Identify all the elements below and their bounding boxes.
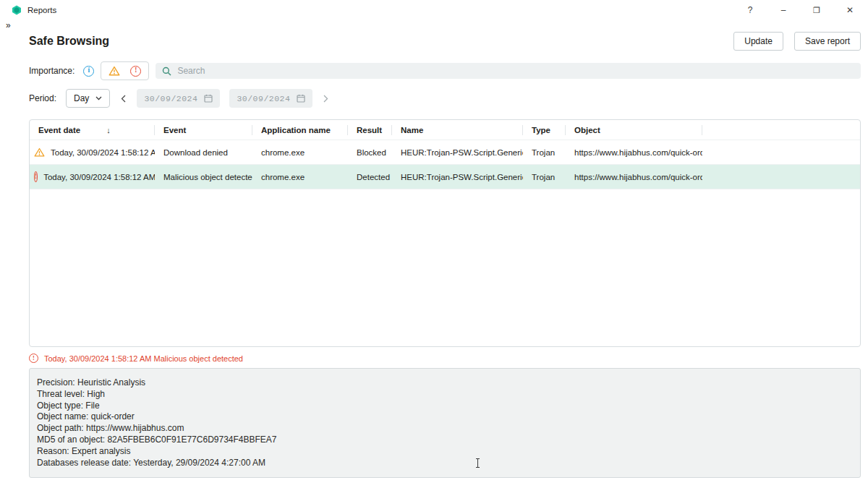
column-header-type[interactable]: Type: [523, 120, 566, 140]
window-title: Reports: [27, 6, 56, 14]
critical-icon: !: [34, 171, 38, 182]
column-header-object[interactable]: Object: [566, 120, 702, 140]
sidebar-expand-button[interactable]: »: [6, 20, 10, 30]
table-row[interactable]: ! Today, 30/09/2024 1:58:12 AM Download …: [30, 140, 860, 165]
warning-icon: [109, 66, 120, 76]
column-header-result[interactable]: Result: [348, 120, 392, 140]
calendar-icon: [204, 94, 213, 103]
titlebar: Reports ? – ❐ ✕: [0, 0, 868, 20]
detail-line: Object name: quick-order: [37, 411, 853, 423]
object-cell: https://www.hijabhus.com/quick-order: [566, 173, 702, 181]
name-cell: HEUR:Trojan-PSW.Script.Generic: [392, 148, 523, 157]
report-page: Safe Browsing Update Save report Importa…: [0, 32, 868, 478]
event-date-cell: ! Today, 30/09/2024 1:58:12 AM: [30, 147, 155, 157]
update-button[interactable]: Update: [733, 32, 783, 51]
warning-icon: [34, 147, 45, 157]
minimize-button[interactable]: –: [775, 5, 791, 15]
result-cell: Blocked: [348, 148, 392, 157]
date-from-value: 30/09/2024: [144, 94, 197, 103]
event-cell: Malicious object detected: [155, 173, 252, 181]
maximize-button[interactable]: ❐: [809, 6, 825, 15]
column-header-event-date[interactable]: Event date ↓: [30, 120, 155, 140]
date-to-value: 30/09/2024: [237, 94, 290, 103]
next-period-button[interactable]: [322, 95, 330, 103]
column-header-event[interactable]: Event: [155, 120, 252, 140]
previous-period-button[interactable]: [119, 95, 127, 103]
importance-selected-group: !: [101, 61, 149, 80]
application-name-cell: chrome.exe: [252, 173, 348, 181]
detail-line: Object type: File: [37, 401, 853, 412]
detail-line: Reason: Expert analysis: [37, 446, 853, 458]
application-name-cell: chrome.exe: [252, 148, 348, 157]
importance-critical-toggle[interactable]: !: [130, 66, 141, 77]
event-date-cell: ! Today, 30/09/2024 1:58:12 AM: [30, 171, 155, 182]
column-header-filler: [702, 120, 860, 140]
critical-icon: !: [130, 66, 141, 77]
event-date-value: Today, 30/09/2024 1:58:12 AM: [51, 148, 155, 157]
importance-filter-row: Importance: i !: [29, 61, 861, 80]
table-row[interactable]: ! Today, 30/09/2024 1:58:12 AM Malicious…: [30, 165, 860, 189]
save-report-button[interactable]: Save report: [794, 32, 861, 51]
search-input[interactable]: [177, 66, 854, 76]
detail-line: Object path: https://www.hijabhus.com: [37, 423, 853, 435]
importance-info-toggle[interactable]: i: [83, 66, 94, 77]
event-date-value: Today, 30/09/2024 1:58:12 AM: [43, 173, 155, 181]
type-cell: Trojan: [523, 173, 566, 181]
detail-line: Threat level: High: [37, 389, 853, 401]
search-icon: [162, 67, 171, 76]
close-button[interactable]: ✕: [842, 5, 858, 15]
name-cell: HEUR:Trojan-PSW.Script.Generic: [392, 173, 523, 181]
result-cell: Detected: [348, 173, 392, 181]
date-to-field[interactable]: 30/09/2024: [229, 89, 312, 108]
calendar-icon: [297, 94, 305, 103]
chevron-down-icon: [95, 96, 102, 100]
table-header-row: Event date ↓ Event Application name Resu…: [30, 120, 860, 140]
column-header-name[interactable]: Name: [392, 120, 523, 140]
period-label: Period:: [29, 93, 56, 103]
info-icon: i: [83, 66, 94, 77]
detail-header-text: Today, 30/09/2024 1:58:12 AM Malicious o…: [44, 354, 243, 363]
search-box: [156, 63, 861, 79]
period-value: Day: [74, 93, 89, 103]
app-logo-icon: [12, 5, 22, 15]
sort-descending-icon[interactable]: ↓: [106, 126, 111, 134]
detail-line: Databases release date: Yesterday, 29/09…: [37, 458, 853, 469]
type-cell: Trojan: [523, 148, 566, 157]
importance-label: Importance:: [29, 66, 75, 76]
event-cell: Download denied: [155, 148, 252, 157]
help-button[interactable]: ?: [742, 5, 758, 15]
text-cursor: [475, 458, 481, 468]
detail-line: MD5 of an object: 82A5FBEB6C0F91E77C6D97…: [37, 435, 853, 446]
events-table: Event date ↓ Event Application name Resu…: [29, 119, 861, 347]
period-select[interactable]: Day: [66, 89, 110, 108]
date-from-field[interactable]: 30/09/2024: [137, 89, 220, 108]
period-filter-row: Period: Day 30/09/2024 30/09/2024: [29, 89, 861, 108]
detail-panel[interactable]: Precision: Heuristic Analysis Threat lev…: [29, 368, 861, 478]
page-title: Safe Browsing: [29, 35, 109, 48]
object-cell: https://www.hijabhus.com/quick-order: [566, 148, 702, 157]
critical-icon: !: [29, 354, 38, 363]
column-header-application-name[interactable]: Application name: [252, 120, 348, 140]
detail-line: Precision: Heuristic Analysis: [37, 377, 853, 389]
importance-warning-toggle[interactable]: [109, 66, 120, 76]
detail-header: ! Today, 30/09/2024 1:58:12 AM Malicious…: [29, 354, 861, 363]
